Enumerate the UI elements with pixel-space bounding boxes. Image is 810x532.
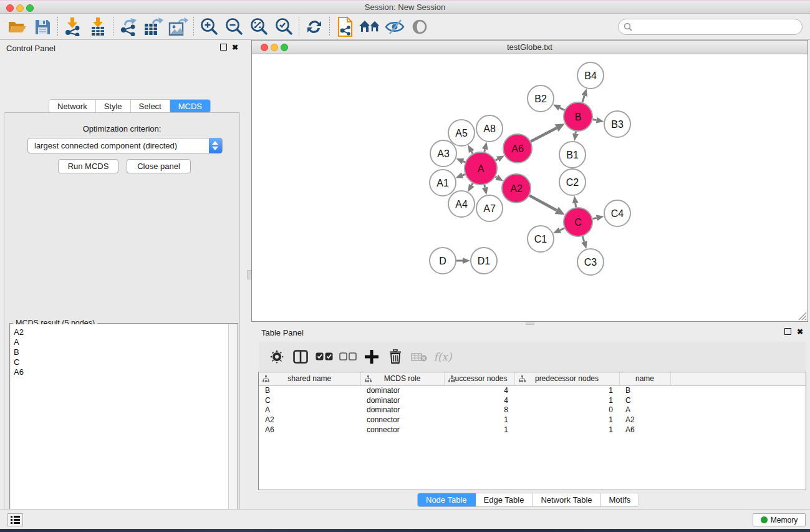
task-history-button[interactable] — [7, 513, 23, 526]
refresh-icon[interactable] — [302, 16, 327, 37]
zoom-selected-icon[interactable] — [271, 16, 296, 37]
memory-button[interactable]: Memory — [753, 513, 806, 526]
graph-edge-C-C2[interactable] — [576, 203, 576, 208]
graph-node-C[interactable]: C — [564, 208, 592, 236]
mcds-list-scrollbar[interactable] — [229, 324, 237, 532]
delete-column-trash-icon[interactable] — [383, 346, 407, 367]
graph-edge-A-A8[interactable] — [485, 149, 485, 152]
import-table-icon[interactable] — [85, 16, 110, 37]
graph-edge-C-C3[interactable] — [582, 236, 584, 242]
network-window-titlebar[interactable]: testGlobe.txt — [252, 41, 808, 54]
column-browser-icon[interactable] — [289, 346, 312, 367]
window-resize-grip[interactable] — [798, 312, 807, 321]
graph-edge-C-C1[interactable] — [560, 228, 564, 230]
graph-node-D[interactable]: D — [430, 248, 456, 274]
graph-node-D1[interactable]: D1 — [471, 248, 497, 274]
run-mcds-button[interactable]: Run MCDS — [58, 159, 118, 173]
mcds-result-item[interactable]: A — [14, 337, 228, 347]
search-input[interactable] — [618, 19, 803, 35]
graph-node-A3[interactable]: A3 — [430, 140, 456, 167]
graph-edge-A-A6[interactable] — [496, 159, 498, 160]
graph-node-A7[interactable]: A7 — [476, 195, 503, 221]
table-row[interactable]: A6connector11A6 — [259, 425, 806, 435]
column-header-name[interactable]: name — [619, 372, 670, 385]
mcds-result-item[interactable]: B — [14, 347, 228, 357]
float-table-panel-icon[interactable] — [784, 328, 791, 335]
table-row[interactable]: A2connector11A2 — [259, 415, 806, 425]
home-icon[interactable] — [357, 16, 382, 37]
select-all-columns-icon[interactable] — [312, 346, 336, 367]
table-settings-gear-icon[interactable] — [265, 346, 289, 367]
delete-table-icon[interactable] — [407, 346, 431, 367]
graph-node-C2[interactable]: C2 — [559, 169, 586, 195]
graph-edge-B-B4[interactable] — [582, 96, 584, 102]
table-row[interactable]: Bdominator41B — [259, 385, 806, 395]
criterion-select[interactable]: largest connected component (directed) — [27, 138, 223, 153]
mcds-result-list[interactable]: A2ABCA6 — [11, 324, 229, 532]
hide-details-icon[interactable] — [382, 16, 407, 37]
export-network-icon[interactable] — [116, 16, 141, 37]
tab-network[interactable]: Network — [49, 100, 96, 112]
graph-node-A4[interactable]: A4 — [448, 191, 475, 217]
graph-edge-A-A2[interactable] — [496, 177, 497, 177]
tab-motifs[interactable]: Motifs — [601, 493, 639, 506]
open-folder-icon[interactable] — [5, 16, 30, 37]
zoom-out-icon[interactable] — [221, 16, 246, 37]
export-image-icon[interactable] — [166, 16, 191, 37]
graph-edge-A-A3[interactable] — [463, 162, 465, 162]
tab-mcds[interactable]: MCDS — [170, 100, 210, 112]
column-header-shared-name[interactable]: shared name — [259, 372, 360, 385]
graph-node-B[interactable]: B — [564, 102, 592, 131]
graph-node-B3[interactable]: B3 — [604, 111, 630, 137]
graph-node-A[interactable]: A — [465, 152, 497, 185]
network-canvas[interactable]: AA1A2A3A4A5A6A7A8BB1B2B3B4CC1C2C3C4DD1 — [252, 54, 808, 321]
close-panel-button[interactable]: Close panel — [127, 159, 191, 173]
column-header-MCDS-role[interactable]: MCDS role — [360, 372, 444, 385]
function-builder-icon[interactable]: f(x) — [431, 346, 455, 367]
column-header-predecessor-nodes[interactable]: predecessor nodes — [514, 372, 619, 385]
graph-edge-A-A4[interactable] — [471, 183, 473, 185]
mcds-result-item[interactable]: A2 — [14, 327, 228, 337]
column-header-successor-nodes[interactable]: successor nodes — [444, 372, 514, 385]
graph-edge-B-B3[interactable] — [593, 119, 597, 120]
tab-edge-table[interactable]: Edge Table — [476, 493, 533, 506]
graph-node-A5[interactable]: A5 — [448, 120, 475, 146]
zoom-in-icon[interactable] — [196, 16, 221, 37]
float-panel-icon[interactable] — [220, 44, 227, 51]
graph-node-C3[interactable]: C3 — [577, 249, 604, 275]
show-graphics-icon[interactable] — [407, 16, 432, 37]
graph-node-A2[interactable]: A2 — [502, 174, 531, 203]
graph-edge-A6-B[interactable] — [531, 128, 556, 142]
tab-style[interactable]: Style — [96, 100, 131, 112]
unselect-all-columns-icon[interactable] — [336, 346, 360, 367]
mcds-result-item[interactable]: C — [14, 357, 228, 367]
graph-node-A8[interactable]: A8 — [476, 115, 503, 142]
graph-node-B1[interactable]: B1 — [559, 142, 586, 168]
import-network-icon[interactable] — [60, 16, 85, 37]
tab-network-table[interactable]: Network Table — [533, 493, 600, 506]
graph-node-A6[interactable]: A6 — [503, 134, 532, 163]
close-panel-icon[interactable]: ✖ — [232, 44, 238, 51]
graph-edge-B-B2[interactable] — [560, 108, 565, 110]
table-row[interactable]: Adominator80A — [259, 405, 806, 415]
tab-node-table[interactable]: Node Table — [418, 493, 476, 506]
graph-edge-A-A5[interactable] — [471, 152, 473, 153]
save-icon[interactable] — [30, 16, 55, 37]
graph-edge-B-B1[interactable] — [576, 132, 576, 134]
zoom-fit-icon[interactable] — [246, 16, 271, 37]
export-table-icon[interactable] — [141, 16, 166, 37]
graph-edge-A2-C[interactable] — [529, 195, 557, 210]
table-row[interactable]: Cdominator41C — [259, 395, 806, 405]
graph-edge-A-A7[interactable] — [485, 185, 485, 187]
graph-edge-A-A1[interactable] — [463, 175, 465, 175]
mcds-result-item[interactable]: A6 — [14, 367, 228, 377]
network-file-icon[interactable] — [332, 16, 357, 37]
create-column-plus-icon[interactable] — [360, 346, 383, 367]
graph-node-C1[interactable]: C1 — [528, 226, 554, 252]
graph-edge-C-C4[interactable] — [592, 218, 596, 218]
graph-node-B2[interactable]: B2 — [528, 85, 554, 112]
graph-node-B4[interactable]: B4 — [577, 62, 604, 89]
graph-node-A1[interactable]: A1 — [430, 170, 456, 196]
graph-node-C4[interactable]: C4 — [604, 200, 630, 226]
tab-select[interactable]: Select — [131, 100, 170, 112]
